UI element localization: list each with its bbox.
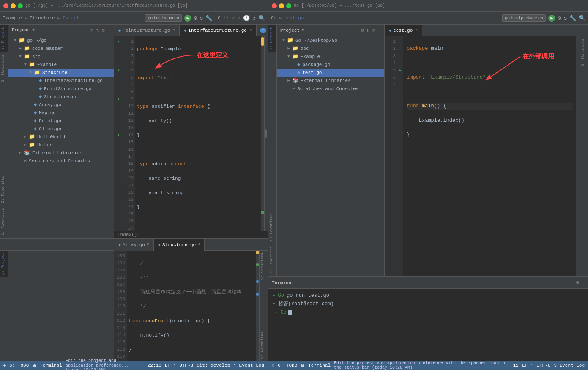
right-vert-favorites1[interactable]: 1: Favorites: [268, 244, 276, 276]
tree-slice-go[interactable]: ◆ Slice.go: [8, 125, 114, 133]
tab-badge-2[interactable]: 2: [257, 25, 268, 36]
right-vert-structure-right[interactable]: 2: Structure: [580, 36, 588, 69]
right-filter-icon[interactable]: ⇅: [366, 27, 369, 33]
vert-tab-structure-left[interactable]: 2: Structure: [0, 52, 8, 85]
tab-interfacestructure[interactable]: ◆ InterfaceStructure.go ×: [180, 25, 257, 36]
left-collapse-handle[interactable]: [264, 36, 268, 231]
build-button-right[interactable]: go build package.go: [502, 14, 546, 22]
status-todo-left[interactable]: 6: TODO: [9, 363, 29, 368]
right-toolbar-tools[interactable]: 🔧: [569, 15, 576, 22]
status-encoding-right: UTF-8: [536, 363, 550, 368]
right-project-dropdown[interactable]: ▼: [301, 28, 304, 33]
right-scrollbar[interactable]: [576, 36, 580, 276]
right-tree-packagego[interactable]: ◆ package.go: [277, 60, 384, 69]
tab-close-interface[interactable]: ×: [249, 28, 252, 33]
run-button-right[interactable]: ▶: [548, 15, 555, 22]
right-vert-project[interactable]: 1: Project: [268, 25, 276, 52]
minus-icon-sidebar[interactable]: —: [107, 27, 110, 33]
toolbar-icon-sync[interactable]: ↻: [200, 15, 203, 22]
tab-array-go[interactable]: ◆ Array.go ×: [114, 239, 154, 251]
tree-structure[interactable]: ▼ 📁 Structure: [8, 69, 114, 77]
tree-scratch-left[interactable]: ✂ Scratches and Consoles: [8, 157, 114, 165]
right-toolbar-sync[interactable]: ↻: [563, 15, 567, 22]
status-eventlog-right[interactable]: 3 Event Log: [554, 363, 585, 368]
bottom-scrollbar[interactable]: [256, 251, 259, 361]
breadcrumb-testgo-right[interactable]: test.go: [284, 16, 304, 21]
status-git-left[interactable]: Git: develop ÷: [197, 363, 235, 368]
right-settings-icon[interactable]: ⚙: [372, 27, 375, 33]
breadcrumb-example[interactable]: Example: [3, 16, 22, 21]
tree-point-go[interactable]: ◆ PointStructure.go: [8, 85, 114, 93]
tree-code-master[interactable]: ▶ 📁 code-master: [8, 44, 114, 52]
right-tree-external[interactable]: ▶ 📚 External Libraries: [277, 77, 384, 85]
tab-structure-go[interactable]: ◆ Structure.go ×: [154, 239, 205, 251]
settings-icon-sidebar[interactable]: ⚙: [102, 27, 105, 33]
sync-icon-sidebar[interactable]: ⚙: [90, 27, 93, 33]
left-traffic-lights[interactable]: [3, 3, 23, 8]
right-tree-example[interactable]: ▼ 📁 Example: [277, 52, 384, 60]
git-undo[interactable]: ↺: [252, 15, 256, 22]
build-button-left[interactable]: go build main.go: [145, 14, 182, 22]
tree-example[interactable]: ▼ 📁 Example: [8, 60, 114, 69]
vert-tab-favorites2-left[interactable]: 1: Favorites: [0, 206, 8, 238]
right-traffic-lights[interactable]: [272, 3, 291, 8]
left-scrollbar[interactable]: [261, 36, 264, 231]
filter-icon-sidebar[interactable]: ⇅: [96, 27, 99, 33]
vert-tab-project-left[interactable]: 1: Project: [0, 25, 8, 52]
bottom-vert-structure[interactable]: 2: Structure: [260, 251, 268, 282]
right-toolbar-build[interactable]: ⚙: [558, 15, 561, 22]
breadcrumb-go-right[interactable]: Go: [271, 16, 276, 21]
git-clock[interactable]: 🕐: [243, 15, 250, 22]
right-tree-go-root[interactable]: ▼ 📁 Go ~/Desktop/Go: [277, 36, 384, 44]
breadcrumb-structure[interactable]: Structure: [30, 16, 55, 21]
close-structure-tab[interactable]: ×: [197, 242, 200, 247]
tree-interface-go[interactable]: ◆ InterfaceStructure.go: [8, 77, 114, 85]
search-icon-left[interactable]: 🔍: [258, 15, 265, 22]
tree-map-go[interactable]: ◆ Map.go: [8, 109, 114, 117]
right-sync-icon[interactable]: ⚙: [361, 27, 364, 33]
tree-array-go[interactable]: ◆ Array.go: [8, 101, 114, 109]
tree-point-go2[interactable]: ◆ Point.go: [8, 117, 114, 125]
git-check2[interactable]: ✓: [237, 15, 241, 22]
close-array-tab[interactable]: ×: [147, 242, 149, 247]
toolbar-icon-build[interactable]: ⚙: [194, 15, 197, 22]
tree-go-root[interactable]: ▼ 📁 go ~/go: [8, 36, 114, 44]
run-button-left[interactable]: ▶: [184, 15, 191, 22]
right-tree-testgo[interactable]: ◆ test.go: [277, 69, 384, 77]
status-terminal-right[interactable]: Terminal: [308, 363, 331, 368]
project-dropdown-icon[interactable]: ▼: [32, 28, 35, 33]
status-todo-right[interactable]: 6: TODO: [278, 363, 297, 368]
status-eventlog-left[interactable]: Event Log: [239, 363, 264, 368]
right-minus-icon[interactable]: —: [378, 27, 381, 33]
right-vert-favorites2[interactable]: 2: Favorites: [268, 211, 276, 244]
tab-testgo[interactable]: ◆ test.go ×: [385, 25, 422, 36]
toolbar-icon-tools[interactable]: 🔧: [205, 15, 212, 22]
tree-structure-go[interactable]: ◆ Structure.go: [8, 93, 114, 101]
left-close-btn[interactable]: [3, 3, 8, 8]
tab-pointstructure[interactable]: ◆ PointStructure.go ×: [114, 25, 180, 36]
bottom-vert-project[interactable]: 1: Project: [0, 251, 8, 277]
vert-tab-favorites-left[interactable]: 2: Favorites: [0, 173, 8, 206]
bottom-vert-tabs-right: 2: Structure 2: Favorites: [259, 251, 268, 361]
tree-helloworld[interactable]: ▶ 📁 HelloWorld: [8, 133, 114, 141]
tab-close-point[interactable]: ×: [172, 28, 175, 33]
close-testgo-tab[interactable]: ×: [415, 28, 418, 33]
right-tree-scratch[interactable]: ✂ Scratches and Consoles: [277, 85, 384, 93]
left-minimize-btn[interactable]: [11, 3, 16, 8]
tree-external-left[interactable]: ▶ 📚 External Libraries: [8, 149, 114, 157]
tree-helper[interactable]: ▶ 📁 Helper: [8, 141, 114, 149]
status-terminal-left[interactable]: Terminal: [40, 363, 62, 368]
right-tree-doc[interactable]: ▶ 📁 doc: [277, 44, 384, 52]
right-toolbar-search[interactable]: 🔍: [579, 15, 585, 22]
left-fullscreen-btn[interactable]: [18, 3, 23, 8]
right-close-btn[interactable]: [272, 3, 277, 8]
right-fullscreen-btn[interactable]: [286, 3, 291, 8]
terminal-minimize-icon[interactable]: —: [582, 280, 585, 286]
bottom-vert-favorites[interactable]: 2: Favorites: [260, 330, 268, 361]
terminal-settings-icon[interactable]: ⚙: [576, 280, 579, 286]
right-minimize-btn[interactable]: [279, 3, 284, 8]
breadcrumb-interf[interactable]: Interf: [63, 16, 79, 21]
git-check1[interactable]: ✓: [232, 15, 235, 22]
status-lf-left: LF ÷: [165, 363, 176, 368]
tree-src[interactable]: ▼ 📁 src: [8, 52, 114, 60]
